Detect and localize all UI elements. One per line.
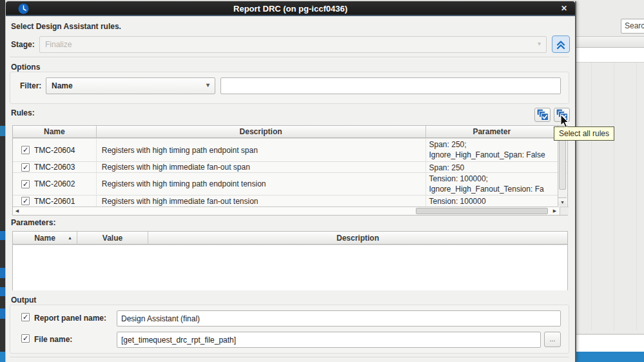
intro-text: Select Design Assistant rules. bbox=[11, 22, 121, 31]
vertical-scrollbar[interactable]: ▼ bbox=[558, 139, 567, 206]
chevron-down-icon: ▾ bbox=[206, 81, 210, 88]
parameters-table-header: Name ▲ Value Description bbox=[13, 232, 567, 245]
divider bbox=[10, 357, 569, 358]
filter-label: Filter: bbox=[20, 81, 41, 90]
background-status-bar bbox=[576, 352, 644, 362]
strip-segment bbox=[0, 268, 5, 278]
report-panel-checkbox[interactable]: ✓ bbox=[21, 313, 30, 321]
double-chevron-up-icon bbox=[554, 38, 567, 51]
screen: Searc Report DRC (on pg-iccf0436) ✕ Sele… bbox=[0, 0, 644, 362]
rule-parameter-line: Tension: 100000; bbox=[429, 174, 558, 184]
column-header-label: Name bbox=[34, 234, 55, 243]
rule-description: Registers with high timing path endpoint… bbox=[97, 173, 426, 195]
background-toolbar bbox=[576, 36, 644, 48]
select-all-rules-button[interactable] bbox=[534, 108, 551, 122]
column-header-name[interactable]: Name bbox=[13, 126, 97, 138]
background-column-line bbox=[591, 63, 592, 330]
filter-type-dropdown[interactable]: Name ▾ bbox=[46, 77, 215, 94]
column-header-description[interactable]: Description bbox=[97, 126, 426, 138]
strip-segment bbox=[0, 231, 5, 240]
parameters-section-label: Parameters: bbox=[11, 218, 55, 227]
rule-name: TMC-20601 bbox=[34, 197, 75, 206]
report-drc-dialog: Report DRC (on pg-iccf0436) ✕ Select Des… bbox=[5, 1, 576, 362]
background-column-line bbox=[636, 63, 637, 330]
stage-dropdown[interactable]: Finalize ▾ bbox=[39, 36, 547, 53]
close-icon[interactable]: ✕ bbox=[559, 3, 569, 14]
file-name-checkbox[interactable]: ✓ bbox=[21, 334, 30, 343]
rule-checkbox[interactable]: ✓ bbox=[21, 180, 30, 188]
column-header-description[interactable]: Description bbox=[148, 232, 567, 245]
rule-parameter: Tension: 100000; Ignore_High_Fanout_Tens… bbox=[426, 173, 559, 195]
rule-description: Registers with high immediate fan-out sp… bbox=[97, 162, 426, 172]
rule-parameter-line: Span: 250; bbox=[429, 139, 558, 150]
background-left-strip bbox=[0, 0, 5, 362]
options-section-label: Options bbox=[11, 63, 40, 72]
rule-description: Registers with high timing path endpoint… bbox=[97, 139, 426, 161]
collapse-dialog-button[interactable] bbox=[552, 35, 570, 53]
output-section-label: Output bbox=[11, 296, 36, 305]
rule-checkbox[interactable]: ✓ bbox=[21, 163, 30, 172]
scroll-down-icon[interactable]: ▼ bbox=[558, 197, 567, 206]
table-row[interactable]: ✓ TMC-20602 Registers with high timing p… bbox=[13, 173, 567, 196]
strip-segment bbox=[0, 126, 5, 136]
select-all-rules-icon bbox=[536, 108, 549, 121]
strip-segment bbox=[0, 352, 5, 362]
dialog-title: Report DRC (on pg-iccf0436) bbox=[6, 4, 575, 14]
horizontal-scrollbar-thumb[interactable] bbox=[416, 208, 548, 214]
rule-name: TMC-20602 bbox=[34, 179, 75, 188]
rule-parameter-line: Ignore_High_Fanout_Span: False bbox=[429, 150, 558, 160]
background-white-band bbox=[576, 334, 644, 352]
rules-section-label: Rules: bbox=[11, 108, 35, 117]
rule-parameter: Tension: 100000 bbox=[426, 196, 559, 206]
scroll-right-icon[interactable]: ▶ bbox=[551, 207, 559, 215]
report-panel-name-input[interactable] bbox=[117, 310, 561, 327]
column-header-name[interactable]: Name ▲ bbox=[13, 232, 77, 245]
column-header-value[interactable]: Value bbox=[77, 232, 148, 245]
file-name-input[interactable] bbox=[117, 332, 541, 348]
rule-name: TMC-20603 bbox=[34, 163, 75, 172]
table-row[interactable]: ✓ TMC-20601 Registers with high immediat… bbox=[13, 196, 567, 206]
parameters-table-body bbox=[13, 245, 567, 290]
parameters-table: Name ▲ Value Description bbox=[12, 231, 568, 290]
vertical-scrollbar-thumb[interactable] bbox=[559, 139, 566, 190]
search-input[interactable]: Searc bbox=[621, 19, 644, 34]
rule-description: Registers with high immediate fan-out te… bbox=[97, 196, 426, 206]
scroll-left-icon[interactable]: ◀ bbox=[13, 207, 21, 215]
rules-table: Name Description Parameter ✓ TMC-20604 R… bbox=[12, 125, 568, 216]
background-column-line bbox=[614, 63, 614, 330]
rule-parameter: Span: 250 bbox=[426, 162, 559, 172]
mouse-cursor-icon bbox=[560, 115, 571, 129]
rule-checkbox[interactable]: ✓ bbox=[21, 197, 30, 205]
horizontal-scrollbar[interactable]: ◀ ▶ bbox=[13, 206, 559, 215]
scrollbar-corner bbox=[560, 206, 569, 215]
report-panel-label: Report panel name: bbox=[34, 314, 106, 323]
background-table-header bbox=[576, 48, 644, 63]
filter-query-input[interactable] bbox=[220, 77, 561, 94]
browse-button[interactable]: ... bbox=[544, 332, 561, 347]
divider bbox=[10, 57, 569, 58]
stage-value: Finalize bbox=[45, 40, 72, 49]
rule-parameter-line: Ignore_High_Fanout_Tension: Fa bbox=[429, 184, 558, 194]
chevron-down-icon: ▾ bbox=[538, 40, 541, 47]
strip-segment bbox=[0, 308, 5, 319]
rule-parameter: Span: 250; Ignore_High_Fanout_Span: Fals… bbox=[426, 139, 559, 161]
stage-label: Stage: bbox=[11, 40, 35, 49]
rules-table-header: Name Description Parameter bbox=[13, 126, 567, 139]
rule-name: TMC-20604 bbox=[34, 146, 75, 155]
table-row[interactable]: ✓ TMC-20604 Registers with high timing p… bbox=[13, 139, 567, 162]
table-row[interactable]: ✓ TMC-20603 Registers with high immediat… bbox=[13, 162, 567, 173]
rule-checkbox[interactable]: ✓ bbox=[21, 146, 30, 154]
strip-segment bbox=[0, 287, 5, 296]
dialog-titlebar[interactable]: Report DRC (on pg-iccf0436) ✕ bbox=[6, 1, 575, 16]
sort-ascending-icon[interactable]: ▲ bbox=[68, 236, 72, 240]
filter-type-value: Name bbox=[52, 81, 73, 90]
column-header-parameter[interactable]: Parameter bbox=[426, 126, 559, 138]
file-name-label: File name: bbox=[34, 335, 72, 344]
